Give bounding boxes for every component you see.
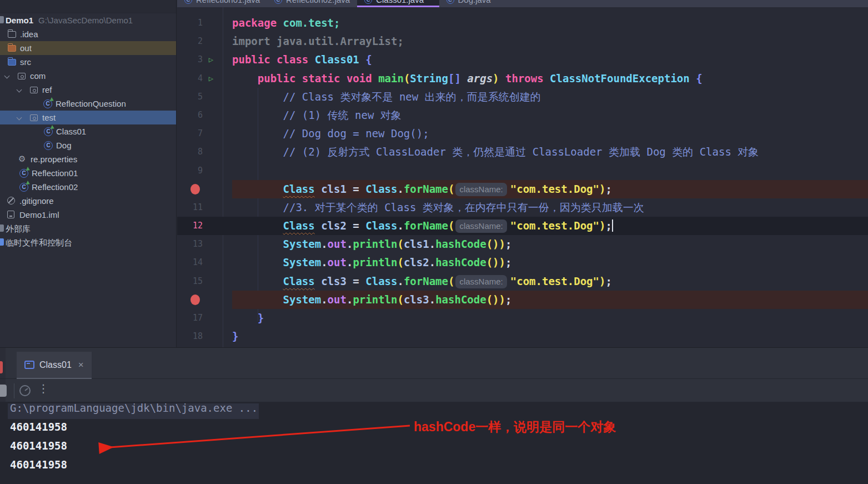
code-line-17[interactable]: 17 } <box>177 309 868 327</box>
editor-tab-class01-java[interactable]: CClass01.java* <box>357 0 439 7</box>
line-number: 13 <box>177 235 203 253</box>
breakpoint-icon[interactable] <box>190 184 200 194</box>
project-path: G:\JavaSecDemo\Demo1 <box>38 16 133 25</box>
line-number: 12 <box>177 217 203 235</box>
code-viewport[interactable]: 1package com.test;2import java.util.Arra… <box>177 7 868 347</box>
code-token: } <box>258 312 264 324</box>
tree-item-dog[interactable]: CDog <box>0 138 176 152</box>
tree-item-label: test <box>42 111 56 124</box>
tree-item-demo1[interactable]: Demo1G:\JavaSecDemo\Demo1 <box>0 13 176 27</box>
console-output[interactable]: G:\programLanguage\jdk\bin\java.exe ...4… <box>0 402 868 484</box>
console-text: 460141958 <box>10 458 67 471</box>
code-token: . <box>347 256 353 268</box>
editor-tab-reflection01-java[interactable]: CReflection01.java <box>177 0 267 7</box>
console-icon <box>24 361 34 369</box>
tree-item-ref[interactable]: ref <box>0 83 176 97</box>
gutter-cell <box>177 291 232 309</box>
code-token: System <box>283 256 322 268</box>
kebab-menu-icon[interactable]: ⋮ <box>38 382 49 395</box>
tree-item-reflection01[interactable]: CReflection01 <box>0 166 176 180</box>
code-token: out <box>328 293 347 306</box>
code-line-12[interactable]: 12 Class cls2 = Class.forName(className:… <box>177 217 868 235</box>
close-icon[interactable]: × <box>78 360 84 371</box>
gutter-cell: 2 <box>177 32 232 51</box>
run-overlay-icon <box>51 125 56 131</box>
tree-item--idea[interactable]: .idea <box>0 27 176 41</box>
tree-item-label: 临时文件和控制台 <box>6 236 72 250</box>
code-token <box>232 275 283 287</box>
code-line-18[interactable]: 18} <box>177 327 868 346</box>
code-line-16[interactable]: System.out.println(cls3.hashCode()); <box>177 291 868 309</box>
code-token: println <box>353 256 397 268</box>
code-line-7[interactable]: 7 // Dog dog = new Dog(); <box>177 124 868 143</box>
code-token: forName <box>404 275 448 287</box>
code-token: String <box>410 72 448 84</box>
code-token: cls2 <box>315 219 353 232</box>
code-token: hashCode <box>435 293 486 306</box>
code-line-6[interactable]: 6 // (1) 传统 new 对象 <box>177 106 868 124</box>
code-line-1[interactable]: 1package com.test; <box>177 14 868 32</box>
code-token: ( <box>397 293 403 306</box>
chevron-down-icon[interactable] <box>17 87 22 93</box>
tree-item-demo1-iml[interactable]: Demo1.iml <box>0 208 176 222</box>
code-text: Class cls1 = Class.forName(className:"co… <box>232 180 868 198</box>
class-icon: C <box>19 183 28 192</box>
code-token: ( <box>448 183 454 195</box>
code-token <box>232 293 283 306</box>
editor-tab-reflection02-java[interactable]: CReflection02.java <box>267 0 357 7</box>
project-panel: Demo1G:\JavaSecDemo\Demo1.ideaoutsrccomr… <box>0 0 177 347</box>
ide-window: Demo1G:\JavaSecDemo\Demo1.ideaoutsrccomr… <box>0 0 868 484</box>
console-output-line: 460141958 <box>0 458 868 477</box>
line-number: 11 <box>177 198 203 217</box>
chevron-down-icon[interactable] <box>17 115 22 121</box>
code-line-15[interactable]: 15 Class cls3 = Class.forName(className:… <box>177 272 868 291</box>
line-number: 5 <box>177 88 203 106</box>
code-line-9[interactable]: 9 <box>177 162 868 180</box>
code-token: . <box>347 238 353 250</box>
gutter-cell: 6 <box>177 106 232 124</box>
tree-item-class01[interactable]: CClass01 <box>0 124 176 138</box>
code-line-2[interactable]: 2import java.util.ArrayList; <box>177 32 868 51</box>
code-token <box>232 127 283 139</box>
gutter-cell: 4▷ <box>177 69 232 88</box>
line-number: 4 <box>177 69 203 88</box>
code-token: ( <box>448 219 454 232</box>
code-line-3[interactable]: 3▷public class Class01 { <box>177 51 868 69</box>
tree-item-test[interactable]: test <box>0 111 176 124</box>
console-output-line: 460141958 <box>0 440 868 458</box>
tree-item-re-properties[interactable]: ⚙re.properties <box>0 152 176 166</box>
tree-item--[interactable]: 临时文件和控制台 <box>0 236 176 250</box>
code-line-14[interactable]: 14 System.out.println(cls2.hashCode()); <box>177 253 868 272</box>
code-line-13[interactable]: 13 System.out.println(cls1.hashCode()); <box>177 235 868 253</box>
tree-item-src[interactable]: src <box>0 55 176 69</box>
code-line-11[interactable]: 11 //3. 对于某个类的 Class 类对象，在内存中只有一份，因为类只加载… <box>177 198 868 217</box>
tree-item-label: Reflection02 <box>32 180 78 194</box>
code-token: Class <box>283 275 315 287</box>
code-token: // Class 类对象不是 new 出来的，而是系统创建的 <box>283 91 541 103</box>
toolbar-divider <box>14 383 14 398</box>
run-line-icon[interactable]: ▷ <box>203 69 219 88</box>
tree-item--gitignore[interactable]: .gitignore <box>0 194 176 208</box>
tree-item-label: Demo1.iml <box>19 208 59 222</box>
gauge-icon[interactable] <box>18 384 32 397</box>
code-token: forName <box>404 183 448 195</box>
chevron-down-icon[interactable] <box>4 73 10 79</box>
tree-item-com[interactable]: com <box>0 69 176 83</box>
tree-item--[interactable]: 外部库 <box>0 222 176 236</box>
run-line-icon[interactable]: ▷ <box>203 51 219 69</box>
tree-item-reflectionquestion[interactable]: CReflectionQuestion <box>0 97 176 111</box>
code-token: ) <box>599 275 605 287</box>
code-text: System.out.println(cls2.hashCode()); <box>232 253 868 272</box>
run-tab-class01[interactable]: Class01 × <box>17 352 92 379</box>
tree-item-reflection02[interactable]: CReflection02 <box>0 180 176 194</box>
editor-tab-dog-java[interactable]: CDog.java <box>439 0 498 7</box>
code-line-8[interactable]: 8 // (2) 反射方式 ClassLoader 类，仍然是通过 ClassL… <box>177 143 868 161</box>
code-line-5[interactable]: 5 // Class 类对象不是 new 出来的，而是系统创建的 <box>177 88 868 106</box>
code-line-4[interactable]: 4▷ public static void main(String[] args… <box>177 69 868 88</box>
code-line-10[interactable]: Class cls1 = Class.forName(className:"co… <box>177 180 868 198</box>
tree-item-out[interactable]: out <box>0 41 176 55</box>
breakpoint-icon[interactable] <box>190 295 200 305</box>
line-number: 17 <box>177 309 203 327</box>
class-file-icon: C <box>274 0 282 4</box>
code-token <box>232 312 258 324</box>
